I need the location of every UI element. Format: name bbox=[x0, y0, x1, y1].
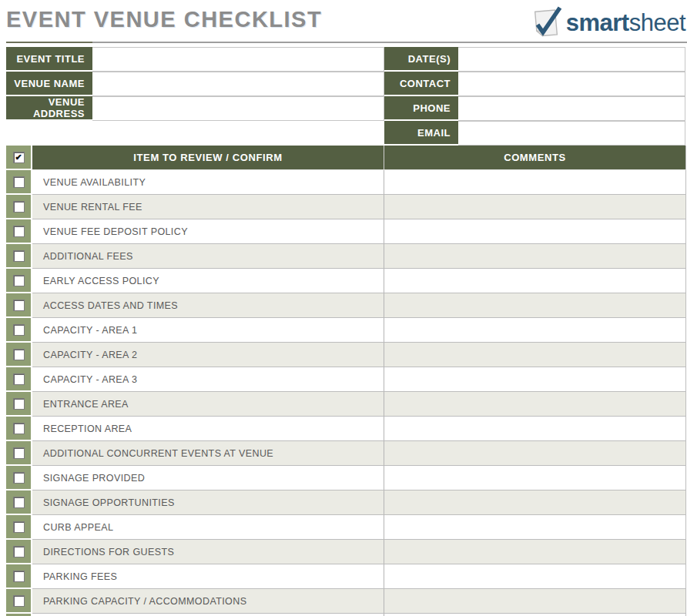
select-all-cell: ✔ bbox=[6, 146, 32, 170]
item-cell: PARKING CAPACITY / ACCOMMODATIONS bbox=[32, 589, 384, 614]
row-checkbox-cell bbox=[6, 540, 32, 564]
checklist-row: SIGNAGE OPPORTUNITIES bbox=[6, 490, 686, 515]
comment-cell[interactable] bbox=[384, 466, 686, 490]
checklist-row: CAPACITY - AREA 3 bbox=[6, 367, 686, 392]
item-label: EARLY ACCESS POLICY bbox=[43, 276, 159, 286]
email-field[interactable] bbox=[458, 121, 685, 146]
item-column-header: ITEM TO REVIEW / CONFIRM bbox=[32, 146, 384, 170]
item-cell: EARLY ACCESS POLICY bbox=[32, 269, 384, 293]
underline-dark-segment bbox=[6, 42, 92, 43]
row-checkbox-cell bbox=[6, 367, 32, 392]
row-checkbox[interactable] bbox=[13, 595, 25, 607]
venue-name-field[interactable] bbox=[92, 72, 384, 96]
row-checkbox[interactable] bbox=[13, 447, 25, 459]
smartsheet-logo-icon bbox=[529, 5, 566, 41]
row-checkbox-cell bbox=[6, 318, 32, 343]
row-checkbox[interactable] bbox=[13, 497, 25, 508]
row-checkbox[interactable] bbox=[13, 349, 25, 360]
comment-cell[interactable] bbox=[384, 195, 686, 219]
item-cell: PARKING FEES bbox=[32, 564, 384, 589]
row-checkbox-cell bbox=[6, 219, 32, 244]
comment-cell[interactable] bbox=[384, 343, 686, 367]
phone-field[interactable] bbox=[458, 96, 685, 121]
event-info-form: EVENT TITLE DATE(S) VENUE NAME CONTACT V… bbox=[6, 47, 685, 146]
comment-cell[interactable] bbox=[384, 367, 686, 392]
checklist-row: VENUE AVAILABILITY bbox=[6, 170, 686, 195]
item-cell: CAPACITY - AREA 3 bbox=[32, 367, 384, 392]
comment-cell[interactable] bbox=[384, 417, 686, 441]
checklist-row: EARLY ACCESS POLICY bbox=[6, 269, 686, 293]
comment-cell[interactable] bbox=[384, 219, 686, 244]
item-label: ADDITIONAL CONCURRENT EVENTS AT VENUE bbox=[43, 448, 273, 459]
comment-cell[interactable] bbox=[384, 293, 686, 318]
checklist-table: ✔ ITEM TO REVIEW / CONFIRM COMMENTS VENU… bbox=[6, 146, 686, 616]
underline-light-segment bbox=[92, 42, 687, 43]
item-cell: ACCESS DATES AND TIMES bbox=[32, 293, 384, 318]
item-label: VENUE AVAILABILITY bbox=[43, 177, 146, 188]
page-header: EVENT VENUE CHECKLIST smartsheet bbox=[6, 0, 687, 41]
comment-cell[interactable] bbox=[384, 540, 686, 564]
item-label: SIGNAGE OPPORTUNITIES bbox=[43, 497, 175, 508]
row-checkbox[interactable] bbox=[13, 423, 25, 434]
checklist-row: DIRECTIONS FOR GUESTS bbox=[6, 540, 686, 564]
checklist-row: RECEPTION AREA bbox=[6, 417, 686, 441]
row-checkbox-cell bbox=[6, 293, 32, 318]
comment-cell[interactable] bbox=[384, 392, 686, 417]
logo-word-smart: smart bbox=[566, 9, 629, 36]
row-checkbox[interactable] bbox=[13, 546, 25, 557]
item-label: ACCESS DATES AND TIMES bbox=[43, 300, 178, 311]
row-checkbox[interactable] bbox=[13, 398, 25, 410]
row-checkbox[interactable] bbox=[13, 324, 25, 336]
row-checkbox[interactable] bbox=[13, 226, 25, 237]
comment-cell[interactable] bbox=[384, 564, 686, 589]
item-label: CAPACITY - AREA 3 bbox=[43, 374, 137, 385]
venue-name-label: VENUE NAME bbox=[6, 72, 92, 96]
comment-cell[interactable] bbox=[384, 244, 686, 269]
checklist-row: ADDITIONAL FEES bbox=[6, 244, 686, 269]
smartsheet-logo: smartsheet bbox=[529, 5, 685, 41]
item-label: ENTRANCE AREA bbox=[43, 399, 129, 410]
item-label: PARKING CAPACITY / ACCOMMODATIONS bbox=[43, 596, 246, 607]
row-checkbox[interactable] bbox=[13, 201, 25, 213]
row-checkbox[interactable] bbox=[13, 472, 25, 484]
checklist-row: PARKING FEES bbox=[6, 564, 686, 589]
event-title-field[interactable] bbox=[92, 47, 384, 72]
item-cell: CAPACITY - AREA 2 bbox=[32, 343, 384, 367]
row-checkbox[interactable] bbox=[13, 275, 25, 286]
row-checkbox[interactable] bbox=[13, 571, 25, 582]
checklist-row: VENUE FEE DEPOSIT POLICY bbox=[6, 219, 686, 244]
row-checkbox[interactable] bbox=[13, 250, 25, 262]
comment-cell[interactable] bbox=[384, 515, 686, 540]
comment-cell[interactable] bbox=[384, 490, 686, 515]
contact-field[interactable] bbox=[458, 72, 685, 96]
comment-cell[interactable] bbox=[384, 170, 686, 195]
item-cell: VENUE RENTAL FEE bbox=[32, 195, 384, 219]
item-label: VENUE RENTAL FEE bbox=[43, 202, 142, 213]
item-cell: CAPACITY - AREA 1 bbox=[32, 318, 384, 343]
checklist-row: SIGNAGE PROVIDED bbox=[6, 466, 686, 490]
row-checkbox[interactable] bbox=[13, 373, 25, 385]
checklist-row: ADDITIONAL CONCURRENT EVENTS AT VENUE bbox=[6, 441, 686, 466]
select-all-checkbox[interactable]: ✔ bbox=[13, 152, 25, 163]
item-cell: ADDITIONAL CONCURRENT EVENTS AT VENUE bbox=[32, 441, 384, 466]
row-checkbox-cell bbox=[6, 490, 32, 515]
checklist-row: CAPACITY - AREA 2 bbox=[6, 343, 686, 367]
comment-cell[interactable] bbox=[384, 318, 686, 343]
dates-field[interactable] bbox=[458, 47, 685, 72]
comment-cell[interactable] bbox=[384, 589, 686, 614]
row-checkbox-cell bbox=[6, 564, 32, 589]
venue-address-field[interactable] bbox=[92, 96, 384, 121]
row-checkbox-cell bbox=[6, 170, 32, 195]
item-label: VENUE FEE DEPOSIT POLICY bbox=[43, 226, 188, 237]
item-cell: ENTRANCE AREA bbox=[32, 392, 384, 417]
row-checkbox[interactable] bbox=[13, 176, 25, 188]
row-checkbox[interactable] bbox=[13, 521, 25, 533]
comment-cell[interactable] bbox=[384, 441, 686, 466]
checklist-row: VENUE RENTAL FEE bbox=[6, 195, 686, 219]
checklist-row: PARKING CAPACITY / ACCOMMODATIONS bbox=[6, 589, 686, 614]
row-checkbox-cell bbox=[6, 589, 32, 614]
row-checkbox[interactable] bbox=[13, 300, 25, 311]
item-cell: RECEPTION AREA bbox=[32, 417, 384, 441]
comment-cell[interactable] bbox=[384, 269, 686, 293]
checklist-body: VENUE AVAILABILITY VENUE RENTAL FEE VENU… bbox=[6, 170, 686, 616]
